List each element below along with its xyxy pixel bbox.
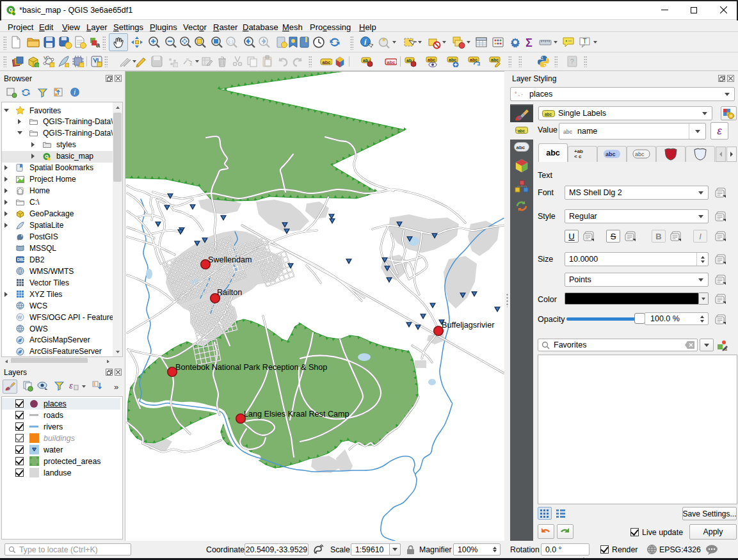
svg-text:Swellendam: Swellendam <box>208 255 252 264</box>
svg-text:i: i <box>74 89 76 96</box>
svg-text:T: T <box>583 38 587 45</box>
svg-text:a: a <box>96 41 100 49</box>
svg-text:ab: ab <box>363 58 368 63</box>
svg-text:abc: abc <box>635 151 645 157</box>
svg-text:abc: abc <box>545 111 552 116</box>
svg-text:abc: abc <box>323 60 331 65</box>
svg-text:1:1: 1:1 <box>228 40 234 44</box>
svg-text:Bontebok National Park Recepti: Bontebok National Park Reception & Shop <box>175 363 327 372</box>
svg-text:DB2: DB2 <box>17 257 24 262</box>
svg-text:Buffeljagsrivier: Buffeljagsrivier <box>442 321 494 330</box>
svg-text:W: W <box>18 315 22 319</box>
svg-text:< c: < c <box>574 154 582 159</box>
svg-text:?: ? <box>570 58 574 65</box>
svg-text:abc: abc <box>606 151 616 157</box>
svg-text:abc: abc <box>470 58 477 62</box>
svg-text:Railton: Railton <box>217 288 242 297</box>
svg-text:x: x <box>189 61 193 67</box>
svg-text:abc: abc <box>387 60 396 65</box>
svg-text:abc: abc <box>517 145 525 150</box>
svg-text:abc: abc <box>449 58 456 62</box>
svg-text:abc: abc <box>518 129 525 133</box>
svg-text:V: V <box>44 55 47 61</box>
svg-text:Σ: Σ <box>525 36 533 49</box>
svg-text:ε: ε <box>69 381 73 390</box>
svg-text:Lang Elsies Kraal Rest Camp: Lang Elsies Kraal Rest Camp <box>244 410 349 419</box>
svg-text:abc: abc <box>428 58 435 62</box>
svg-text:abc: abc <box>491 58 499 62</box>
svg-text:abc: abc <box>563 129 573 135</box>
svg-text:a: a <box>725 347 727 351</box>
svg-text:ab: ab <box>406 58 412 63</box>
